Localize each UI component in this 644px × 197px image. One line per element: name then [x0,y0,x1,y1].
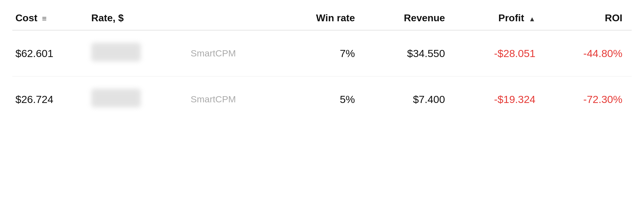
rate-label: Rate, $ [91,12,124,23]
table-header-row: Cost ≡ Rate, $ Win rate Revenue Profit ▲ [12,6,632,30]
col-header-win-rate[interactable]: Win rate [278,6,364,30]
table-row: $26.724 SmartCPM 5% $7.400 -$19.324 -72.… [12,76,632,122]
revenue-label: Revenue [404,12,445,23]
table-container: Cost ≡ Rate, $ Win rate Revenue Profit ▲ [12,6,632,122]
row2-rate [88,76,181,122]
col-header-roi[interactable]: ROI [545,6,632,30]
row2-roi: -72.30% [545,76,632,122]
cost-label: Cost [15,12,37,23]
col-header-empty [181,6,278,30]
sort-asc-icon[interactable]: ▲ [529,15,536,23]
data-table: Cost ≡ Rate, $ Win rate Revenue Profit ▲ [12,6,632,122]
profit-label: Profit [498,12,524,23]
row2-win-rate: 5% [278,76,364,122]
table-row: $62.601 SmartCPM 7% $34.550 -$28.051 -44… [12,30,632,76]
col-header-cost[interactable]: Cost ≡ [12,6,88,30]
row1-revenue: $34.550 [364,30,454,76]
row2-profit: -$19.324 [454,76,545,122]
roi-label: ROI [605,12,622,23]
row2-revenue: $7.400 [364,76,454,122]
row2-smartcpm: SmartCPM [181,76,278,122]
row1-win-rate: 7% [278,30,364,76]
row1-smartcpm: SmartCPM [181,30,278,76]
filter-icon[interactable]: ≡ [42,14,47,23]
blurred-rate-1 [91,43,141,61]
row2-cost: $26.724 [12,76,88,122]
col-header-rate: Rate, $ [88,6,181,30]
blurred-rate-2 [91,89,141,107]
row1-profit: -$28.051 [454,30,545,76]
row1-cost: $62.601 [12,30,88,76]
col-header-profit[interactable]: Profit ▲ [454,6,545,30]
win-rate-label: Win rate [316,12,355,23]
col-header-revenue[interactable]: Revenue [364,6,454,30]
row1-roi: -44.80% [545,30,632,76]
row1-rate [88,30,181,76]
